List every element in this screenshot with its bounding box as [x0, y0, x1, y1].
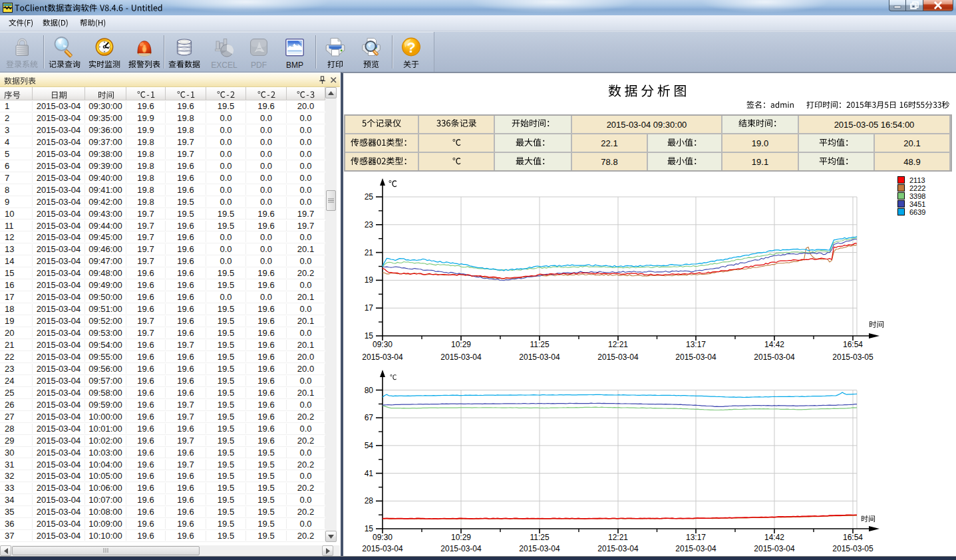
svg-text:15: 15 — [365, 331, 374, 341]
svg-text:2015-03-04: 2015-03-04 — [440, 544, 482, 553]
svg-text:11:25: 11:25 — [530, 340, 549, 349]
svg-text:2015-03-04: 2015-03-04 — [597, 352, 639, 362]
svg-text:41: 41 — [365, 469, 374, 478]
svg-text:13:17: 13:17 — [686, 533, 706, 542]
svg-text:2015-03-04: 2015-03-04 — [519, 544, 560, 553]
svg-text:2015-03-04: 2015-03-04 — [675, 352, 717, 362]
svg-text:14:42: 14:42 — [764, 533, 784, 542]
svg-text:2015-03-04: 2015-03-04 — [362, 352, 403, 362]
svg-text:2015-03-05: 2015-03-05 — [832, 544, 874, 553]
svg-text:2015-03-04: 2015-03-04 — [675, 544, 717, 553]
svg-text:2015-03-04: 2015-03-04 — [597, 544, 639, 553]
svg-text:67: 67 — [365, 413, 374, 422]
svg-text:2015-03-04: 2015-03-04 — [440, 352, 482, 362]
svg-text:2015-03-04: 2015-03-04 — [754, 352, 795, 362]
svg-text:11:25: 11:25 — [530, 533, 549, 542]
svg-text:10:29: 10:29 — [451, 533, 471, 542]
svg-text:13:17: 13:17 — [686, 340, 706, 349]
svg-text:09:30: 09:30 — [373, 340, 393, 349]
svg-text:12:21: 12:21 — [608, 533, 628, 542]
svg-text:2015-03-04: 2015-03-04 — [519, 352, 560, 362]
svg-text:16:54: 16:54 — [843, 340, 863, 349]
svg-text:21: 21 — [365, 248, 374, 257]
svg-text:17: 17 — [365, 303, 374, 313]
svg-text:25: 25 — [365, 192, 374, 202]
svg-text:80: 80 — [365, 386, 374, 395]
svg-text:09:30: 09:30 — [373, 533, 393, 542]
svg-text:19: 19 — [365, 275, 374, 285]
svg-text:10:29: 10:29 — [451, 340, 471, 349]
svg-text:2015-03-05: 2015-03-05 — [832, 352, 874, 362]
svg-text:2015-03-04: 2015-03-04 — [754, 544, 795, 553]
svg-text:?: ? — [406, 39, 415, 56]
svg-text:2015-03-04: 2015-03-04 — [362, 544, 403, 553]
svg-text:15: 15 — [365, 524, 374, 533]
svg-text:23: 23 — [365, 220, 374, 229]
svg-text:16:54: 16:54 — [843, 533, 863, 542]
svg-text:12:21: 12:21 — [608, 340, 628, 349]
svg-text:28: 28 — [365, 496, 374, 505]
svg-text:14:42: 14:42 — [764, 340, 784, 349]
svg-text:54: 54 — [365, 441, 374, 450]
